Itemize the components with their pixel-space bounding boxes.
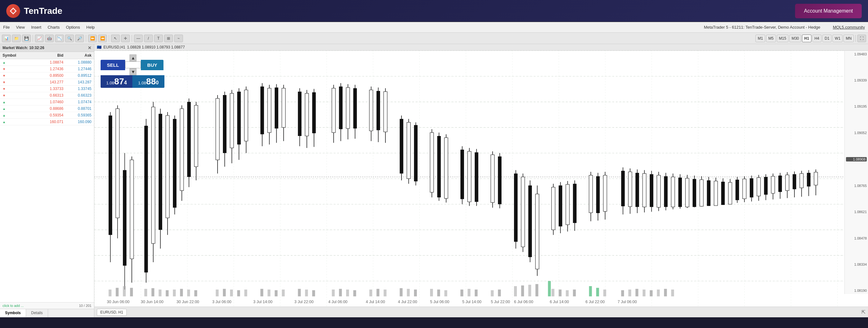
toolbar-experts[interactable]: 🤖 xyxy=(45,35,54,42)
svg-rect-190 xyxy=(237,290,240,297)
svg-rect-228 xyxy=(621,290,624,297)
svg-rect-74 xyxy=(383,91,387,132)
toolbar-fibo[interactable]: ~ xyxy=(174,35,183,42)
svg-rect-195 xyxy=(282,290,285,297)
buy-button[interactable]: BUY xyxy=(141,60,163,70)
bid-cell: 0.66313 xyxy=(38,92,66,99)
toolbar-save[interactable]: 💾 xyxy=(22,35,31,42)
tab-symbols[interactable]: Symbols xyxy=(0,309,26,317)
tf-h1[interactable]: H1 xyxy=(802,35,811,42)
bid-cell: 1.07460 xyxy=(38,99,66,105)
svg-rect-229 xyxy=(628,290,631,297)
toolbar-separator-2 xyxy=(86,35,86,42)
svg-rect-175 xyxy=(108,290,111,297)
tf-m1[interactable]: M1 xyxy=(755,35,765,42)
toolbar-open[interactable]: 📁 xyxy=(12,35,21,42)
tf-mn[interactable]: MN xyxy=(843,35,854,42)
tf-h4[interactable]: H4 xyxy=(812,35,822,42)
market-watch-row[interactable]: ▲ EURUSD 1.08874 1.08880 xyxy=(0,59,94,66)
svg-rect-26 xyxy=(159,114,162,230)
market-watch-row[interactable]: ▼ AUDUSD 0.66313 0.66323 xyxy=(0,92,94,99)
logo-text: TenTrade xyxy=(24,6,62,16)
menu-view[interactable]: View xyxy=(16,25,25,30)
bid-cell: 1.08874 xyxy=(38,59,66,66)
market-watch-tabs: Symbols Details xyxy=(0,309,94,317)
toolbar-grid[interactable]: ⊞ xyxy=(164,35,173,42)
ask-cell: 1.07474 xyxy=(66,99,94,105)
price-level-current: 1.08908 xyxy=(846,157,867,162)
tf-m5[interactable]: M5 xyxy=(766,35,776,42)
market-watch-row[interactable]: ▲ AUDCAD 0.88686 0.88701 xyxy=(0,105,94,112)
market-watch-row[interactable]: ▼ USDCHF 0.89500 0.89512 xyxy=(0,73,94,79)
svg-rect-191 xyxy=(244,290,247,297)
bid-cell: 143.277 xyxy=(38,79,66,86)
svg-rect-48 xyxy=(260,87,264,134)
menu-charts[interactable]: Charts xyxy=(48,25,59,30)
svg-text:5 Jul 06:00: 5 Jul 06:00 xyxy=(430,300,449,304)
menu-insert[interactable]: Insert xyxy=(31,25,41,30)
svg-text:5 Jul 14:00: 5 Jul 14:00 xyxy=(462,300,481,304)
buy-price-display: 1.08 88 0 xyxy=(132,75,164,88)
toolbar-backward[interactable]: ⏪ xyxy=(98,35,107,42)
menu-file[interactable]: File xyxy=(3,25,10,30)
svg-rect-201 xyxy=(346,290,349,297)
mql5-community-link[interactable]: MQL5.community xyxy=(833,25,865,30)
lot-increase-button[interactable]: ▲ xyxy=(129,54,136,61)
svg-rect-106 xyxy=(551,187,555,230)
svg-rect-203 xyxy=(369,290,372,297)
svg-rect-56 xyxy=(298,91,302,136)
toolbar-text[interactable]: T xyxy=(154,35,163,42)
toolbar-trendline[interactable]: / xyxy=(144,35,153,42)
tf-m30[interactable]: M30 xyxy=(789,35,801,42)
toolbar-forward[interactable]: ⏩ xyxy=(88,35,97,42)
market-watch-close-button[interactable]: ✕ xyxy=(88,45,92,50)
svg-rect-233 xyxy=(657,290,660,297)
down-icon: ▼ xyxy=(2,94,6,97)
sell-button[interactable]: SELL xyxy=(101,60,125,70)
down-icon: ▼ xyxy=(2,81,6,84)
chart-tab[interactable]: EURUSD, H1 xyxy=(97,309,127,316)
expand-button[interactable]: ⇱ xyxy=(861,309,866,315)
toolbar-new-chart[interactable]: 📊 xyxy=(2,35,11,42)
menu-options[interactable]: Options xyxy=(66,25,80,30)
market-watch-row[interactable]: ▼ USDJPY 143.277 143.287 xyxy=(0,79,94,86)
market-watch-row[interactable]: ▲ AUDNZD 1.07460 1.07474 xyxy=(0,99,94,105)
toolbar-line-chart[interactable]: 📉 xyxy=(55,35,64,42)
toolbar-zoom-out[interactable]: 🔎 xyxy=(75,35,84,42)
market-watch-row[interactable]: ▲ AUDCHF 0.59354 0.59365 xyxy=(0,112,94,119)
bid-cell: 0.89500 xyxy=(38,73,66,79)
svg-rect-24 xyxy=(152,107,155,244)
svg-rect-16 xyxy=(116,109,119,218)
toolbar-hline[interactable]: — xyxy=(134,35,143,42)
buy-price-prefix: 1.08 xyxy=(138,81,146,85)
symbol-cell: ▲ CHFJPY xyxy=(0,119,38,125)
toolbar-cursor[interactable]: ↖ xyxy=(111,35,120,42)
svg-rect-112 xyxy=(573,184,576,223)
market-watch-row[interactable]: ▼ GBPUSD 1.27436 1.27446 xyxy=(0,66,94,73)
lot-input[interactable]: 0.01 xyxy=(125,61,141,68)
ask-cell: 0.89512 xyxy=(66,73,94,79)
lot-decrease-button[interactable]: ▼ xyxy=(129,68,136,75)
svg-rect-205 xyxy=(383,290,386,297)
svg-rect-126 xyxy=(643,173,646,207)
chart-svg: 30 Jun 06:00 30 Jun 14:00 30 Jun 22:00 3… xyxy=(94,51,844,307)
toolbar-indicators[interactable]: 📈 xyxy=(35,35,44,42)
svg-text:30 Jun 14:00: 30 Jun 14:00 xyxy=(141,300,163,304)
account-management-button[interactable]: Account Management xyxy=(795,4,862,18)
svg-rect-134 xyxy=(671,177,675,207)
menu-help[interactable]: Help xyxy=(87,25,95,30)
tf-d1[interactable]: D1 xyxy=(823,35,832,42)
toolbar-crosshair[interactable]: ✛ xyxy=(121,35,130,42)
add-symbol-button[interactable]: click to add ... xyxy=(2,304,24,307)
svg-rect-42 xyxy=(230,93,234,148)
tf-m15[interactable]: M15 xyxy=(777,35,788,42)
svg-rect-36 xyxy=(194,105,198,166)
tab-details[interactable]: Details xyxy=(26,309,48,317)
toolbar-zoom-in[interactable]: 🔍 xyxy=(65,35,74,42)
toolbar-fullscreen[interactable]: ⛶ xyxy=(857,35,866,42)
svg-rect-116 xyxy=(596,176,599,213)
svg-rect-210 xyxy=(437,290,440,297)
market-watch-row[interactable]: ▲ CHFJPY 160.071 160.090 xyxy=(0,119,94,125)
tf-w1[interactable]: W1 xyxy=(833,35,842,42)
market-watch-row[interactable]: ▼ USDCAD 1.33733 1.33745 xyxy=(0,86,94,92)
